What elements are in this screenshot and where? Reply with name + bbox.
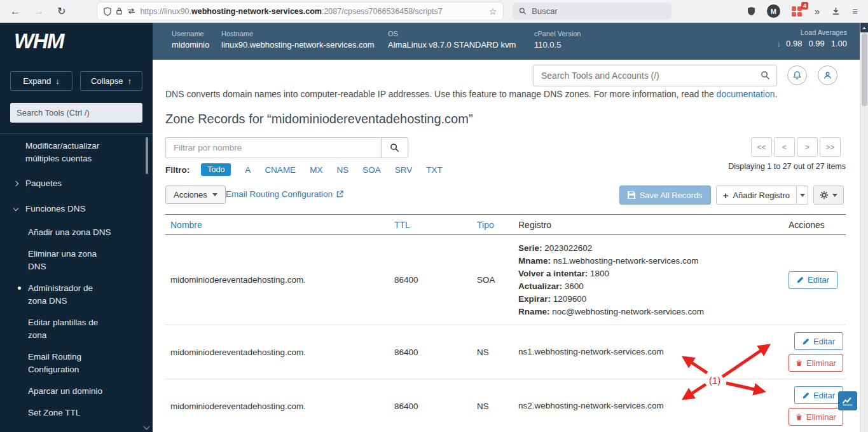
sidebar-nav: Modificar/actualizar múltiples cuentasPa… — [0, 133, 153, 432]
column-header-nombre[interactable]: Nombre — [165, 220, 394, 230]
page-last-button[interactable]: >> — [820, 137, 841, 157]
chevron-down-icon — [13, 206, 18, 211]
whm-header: UsernamemidominioHostnamelinux90.webhost… — [153, 23, 860, 60]
reload-icon[interactable]: ↻ — [57, 5, 65, 17]
filter-srv[interactable]: SRV — [395, 165, 413, 175]
search-icon[interactable] — [761, 71, 770, 83]
add-record-button[interactable]: +Añadir Registro — [716, 186, 797, 205]
sidebar-search-input[interactable] — [10, 103, 142, 123]
page-prev-button[interactable]: < — [774, 137, 795, 157]
filter-a[interactable]: A — [245, 165, 251, 175]
sidebar-item-editar-plantillas-de-zona[interactable]: Editar plantillas de zona — [0, 312, 153, 346]
permissions-icon[interactable] — [127, 8, 135, 15]
delete-record-button[interactable]: Eliminar — [789, 408, 843, 426]
sidebar-item-email-routing-configuration[interactable]: Email Routing Configuration — [0, 346, 153, 381]
filter-cname[interactable]: CNAME — [265, 165, 296, 175]
add-record-dropdown-button[interactable] — [797, 186, 808, 205]
pagination: <<<>>> — [751, 137, 841, 157]
chart-line-icon — [842, 396, 853, 406]
record-actions: Editar — [789, 271, 859, 289]
record-field: Expirar: 1209600 — [518, 293, 789, 306]
table-body: midominiodereventadehosting.com.86400SOA… — [165, 235, 846, 432]
edit-record-button[interactable]: Editar — [794, 386, 843, 404]
record-name: midominiodereventadehosting.com. — [165, 348, 394, 357]
filter-todo[interactable]: Todo — [201, 163, 231, 176]
tools-search-input[interactable] — [533, 65, 777, 86]
column-header-ttl[interactable]: TTL — [394, 220, 477, 230]
record-type: NS — [477, 402, 518, 411]
filter-soa[interactable]: SOA — [362, 165, 381, 175]
record-field: Serie: 2023022602 — [518, 242, 789, 255]
main-content: DNS converts domain names into computer-… — [153, 60, 860, 432]
zone-filter-search-button[interactable] — [381, 137, 408, 158]
collapse-button[interactable]: Collapse↑ — [80, 71, 142, 91]
profile-avatar[interactable]: M — [767, 4, 780, 18]
save-all-records-button[interactable]: Save All Records — [619, 186, 711, 205]
browser-toolbar: ← → ↻ https://linux90.webhosting-network… — [0, 0, 868, 23]
bookmark-star-icon[interactable]: ☆ — [489, 6, 497, 17]
whm-logo[interactable]: WHM — [14, 29, 64, 53]
sidebar-item-a-adir-una-zona-dns[interactable]: Añadir una zona DNS — [0, 222, 153, 243]
header-field-hostname: Hostnamelinux90.webhosting-network-servi… — [221, 30, 375, 50]
forward-icon[interactable]: → — [34, 6, 44, 17]
browser-nav-buttons: ← → ↻ — [10, 5, 65, 17]
sidebar-scrollbar-thumb[interactable] — [146, 137, 148, 174]
downloads-icon[interactable] — [831, 6, 841, 16]
trash-icon — [796, 414, 803, 421]
privacy-shield-icon[interactable] — [747, 6, 755, 16]
filter-txt[interactable]: TXT — [426, 165, 443, 175]
page-next-button[interactable]: > — [797, 137, 818, 157]
edit-record-button[interactable]: Editar — [789, 271, 837, 289]
sidebar-item-administrador-de-zona-dns[interactable]: Administrador de zona DNS — [0, 278, 153, 312]
overflow-chevrons-icon[interactable]: » — [815, 6, 820, 17]
account-user-button[interactable] — [818, 65, 837, 85]
sidebar-item-label: Set Zone TTL — [28, 408, 80, 417]
edit-record-button[interactable]: Editar — [794, 332, 843, 350]
sidebar-item-label: Modificar/actualizar múltiples cuentas — [25, 141, 99, 163]
zone-filter-input[interactable] — [165, 137, 382, 158]
address-bar[interactable]: https://linux90.webhosting-network-servi… — [97, 3, 503, 20]
filter-mx[interactable]: MX — [310, 165, 322, 175]
scrollbar-thumb[interactable] — [862, 33, 867, 106]
filter-ns[interactable]: NS — [336, 165, 348, 175]
record-type: SOA — [477, 275, 518, 285]
column-header-tipo[interactable]: Tipo — [477, 220, 518, 230]
sidebar-item-aparcar-un-dominio[interactable]: Aparcar un dominio — [0, 381, 153, 402]
browser-search-input[interactable] — [532, 6, 665, 16]
plus-icon: + — [723, 190, 729, 201]
settings-gear-button[interactable] — [813, 186, 844, 205]
feedback-chart-button[interactable] — [838, 391, 857, 410]
page-scrollbar[interactable] — [860, 23, 868, 432]
expand-button[interactable]: Expand↓ — [10, 71, 72, 91]
sidebar-item-correo-electr-nico[interactable]: Correo electrónico — [0, 424, 153, 432]
back-icon[interactable]: ← — [10, 6, 20, 17]
url-text: https://linux90.webhosting-network-servi… — [140, 7, 483, 16]
shield-icon[interactable] — [104, 7, 111, 16]
sidebar-item-paquetes[interactable]: Paquetes — [0, 171, 153, 196]
record-field: Actualizar: 3600 — [518, 280, 789, 293]
sidebar-item-label: Editar plantillas de zona — [28, 318, 98, 340]
delete-record-button[interactable]: Eliminar — [789, 354, 843, 372]
acciones-dropdown-button[interactable]: Acciones — [165, 186, 226, 204]
table-header: Nombre TTL Tipo Registro Acciones — [165, 214, 846, 235]
load-averages-values: ↓ 0.980.991.00 — [777, 39, 847, 48]
field-value: midominio — [172, 40, 209, 50]
browser-search-box[interactable] — [513, 3, 672, 20]
lock-icon[interactable] — [116, 7, 123, 15]
zone-record-row-soa-1: midominiodereventadehosting.com.86400SOA… — [165, 235, 846, 325]
external-link-icon — [336, 191, 343, 198]
sidebar-item-modificar-actualizar-m-ltiples-cuentas[interactable]: Modificar/actualizar múltiples cuentas — [0, 134, 153, 171]
scroll-up-icon[interactable] — [860, 23, 868, 32]
record-field: Volver a intentar: 1800 — [518, 267, 789, 280]
sidebar-item-set-zone-ttl[interactable]: Set Zone TTL — [0, 402, 153, 424]
notifications-bell-button[interactable] — [787, 65, 807, 85]
sidebar-item-label: Administrador de zona DNS — [28, 283, 93, 306]
documentation-link[interactable]: documentation — [717, 89, 775, 99]
page-first-button[interactable]: << — [751, 137, 772, 157]
sidebar-item-eliminar-una-zona-dns[interactable]: Eliminar una zona DNS — [0, 243, 153, 278]
sidebar-item-funciones-dns[interactable]: Funciones DNS — [0, 196, 153, 222]
load-down-arrow-icon: ↓ — [777, 39, 782, 48]
email-routing-link[interactable]: Email Routing Configuration — [226, 189, 343, 199]
extension-icon[interactable]: 4 — [792, 6, 803, 17]
menu-icon[interactable]: ≡ — [852, 6, 858, 17]
